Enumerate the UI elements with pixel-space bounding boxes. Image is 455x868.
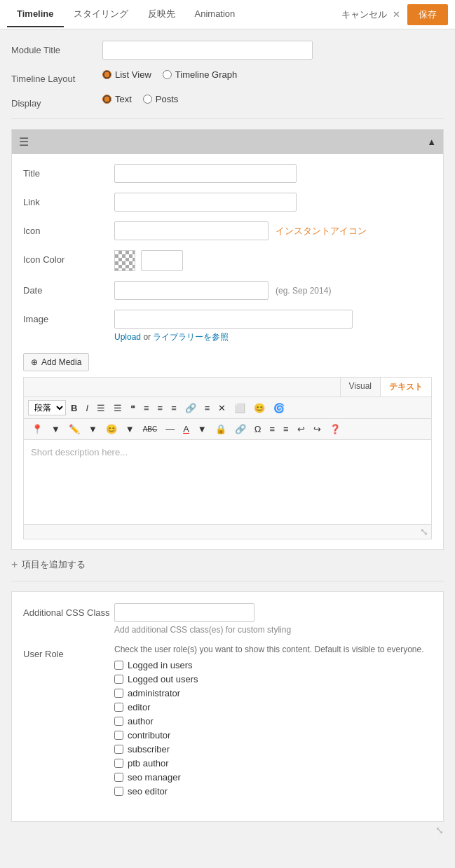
editor-content[interactable]: Short description here... <box>24 440 431 524</box>
close-icon[interactable]: ✕ <box>393 9 400 20</box>
image-input[interactable] <box>114 310 353 329</box>
role-checkbox-5[interactable] <box>114 731 123 740</box>
image-or-text: or <box>143 332 153 342</box>
date-label: Date <box>23 281 114 296</box>
display-text-option[interactable]: Text <box>102 94 132 104</box>
emoji-dropdown-button[interactable]: ▼ <box>122 422 138 436</box>
map-pin-button[interactable]: 📍 <box>28 422 46 436</box>
special-button[interactable]: 🌀 <box>270 401 288 415</box>
display-posts-radio[interactable] <box>143 95 152 104</box>
hr-button[interactable]: ≡ <box>201 401 214 415</box>
ordered-list-button[interactable]: ☰ <box>93 401 109 415</box>
role-checkbox-7[interactable] <box>114 759 123 768</box>
chain-link-button[interactable]: 🔗 <box>231 422 250 436</box>
tab-animation[interactable]: Animation <box>185 1 245 27</box>
blockquote-button[interactable]: ❝ <box>127 401 139 415</box>
add-item-row[interactable]: + 項目を追加する <box>11 558 444 571</box>
layout-list-view-option[interactable]: List View <box>102 69 151 80</box>
emoji2-button[interactable]: 😊 <box>102 422 121 436</box>
align-right-button[interactable]: ≡ <box>168 401 180 415</box>
css-class-input[interactable] <box>114 603 254 622</box>
layout-timeline-graph-radio[interactable] <box>163 70 172 79</box>
role-checkbox-1[interactable] <box>114 675 123 684</box>
layout-timeline-graph-option[interactable]: Timeline Graph <box>163 69 237 80</box>
font-color-button[interactable]: A <box>179 422 193 436</box>
role-option-5[interactable]: contributor <box>114 730 432 740</box>
role-option-2[interactable]: administrator <box>114 688 432 698</box>
bold-button[interactable]: B <box>67 401 81 415</box>
editor-visual-tab[interactable]: Visual <box>340 378 380 397</box>
toolbar-row-1: 段落 B I ☰ ☰ ❝ ≡ ≡ ≡ 🔗 ≡ ✕ ⬜ 😊 🌀 <box>24 397 431 419</box>
align-center-button[interactable]: ≡ <box>154 401 167 415</box>
editor-resize-handle[interactable]: ⤡ <box>24 524 431 539</box>
display-posts-option[interactable]: Posts <box>143 94 179 104</box>
pencil-button[interactable]: ✏️ <box>65 422 83 436</box>
role-checkbox-9[interactable] <box>114 787 123 796</box>
hamburger-icon: ☰ <box>19 135 29 149</box>
timeline-layout-label: Timeline Layout <box>11 69 102 84</box>
role-option-7[interactable]: ptb author <box>114 758 432 769</box>
pencil-dropdown-button[interactable]: ▼ <box>85 422 101 436</box>
save-button[interactable]: 保存 <box>407 4 448 25</box>
role-option-3[interactable]: editor <box>114 702 432 712</box>
role-checkbox-6[interactable] <box>114 745 123 754</box>
module-title-input[interactable] <box>102 41 313 60</box>
image-library-link[interactable]: ライブラリーを参照 <box>153 332 229 342</box>
format-select[interactable]: 段落 <box>28 400 66 415</box>
lock-button[interactable]: 🔒 <box>212 422 230 436</box>
indent-button[interactable]: ≡ <box>266 422 278 436</box>
module-title-label: Module Title <box>11 41 102 55</box>
display-text-radio[interactable] <box>102 95 111 104</box>
add-media-button[interactable]: ⊕ Add Media <box>23 353 89 371</box>
help-button[interactable]: ❓ <box>326 422 344 436</box>
role-checkbox-0[interactable] <box>114 661 123 670</box>
tab-styling[interactable]: スタイリング <box>64 1 138 29</box>
role-checkbox-4[interactable] <box>114 717 123 726</box>
table-button[interactable]: ⬜ <box>231 401 249 415</box>
tab-haneisakis[interactable]: 反映先 <box>138 1 185 29</box>
role-option-8[interactable]: seo manager <box>114 772 432 783</box>
role-label-4: author <box>128 716 154 726</box>
font-color-dropdown-button[interactable]: ▼ <box>194 422 210 436</box>
undo-button[interactable]: ↩ <box>294 422 308 436</box>
icon-input[interactable]: fa-calendar-check-o <box>114 221 269 240</box>
role-option-1[interactable]: Logged out users <box>114 674 432 684</box>
more-button[interactable]: ✕ <box>215 401 229 415</box>
omega-button[interactable]: Ω <box>251 422 265 436</box>
italic-button[interactable]: I <box>82 401 92 415</box>
color-checker[interactable] <box>114 250 135 271</box>
dash-button[interactable]: — <box>162 422 178 436</box>
cancel-button[interactable]: キャンセル <box>341 8 387 21</box>
instant-icon-link[interactable]: インスタントアイコン <box>276 225 367 237</box>
unordered-list-button[interactable]: ☰ <box>110 401 125 415</box>
role-checkbox-3[interactable] <box>114 703 123 712</box>
layout-list-view-radio[interactable] <box>102 70 111 79</box>
section-body: Title Timeline Title Link Icon fa-calend… <box>12 154 443 549</box>
role-checkbox-8[interactable] <box>114 773 123 782</box>
section-header[interactable]: ☰ ▲ <box>12 130 443 154</box>
role-option-6[interactable]: subscriber <box>114 744 432 755</box>
date-input[interactable]: Sep 2014 <box>114 281 269 300</box>
role-checkbox-2[interactable] <box>114 689 123 698</box>
link-label: Link <box>23 193 114 207</box>
emoji-button[interactable]: 😊 <box>250 401 269 415</box>
editor-text-tab[interactable]: テキスト <box>380 378 431 397</box>
role-option-0[interactable]: Logged in users <box>114 660 432 670</box>
link-button[interactable]: 🔗 <box>182 401 200 415</box>
icon-color-input[interactable] <box>141 250 183 271</box>
map-dropdown-button[interactable]: ▼ <box>48 422 64 436</box>
role-option-9[interactable]: seo editor <box>114 786 432 797</box>
role-label-7: ptb author <box>128 758 169 769</box>
title-control: Timeline Title <box>114 164 432 183</box>
title-input[interactable]: Timeline Title <box>114 164 297 183</box>
align-left-button[interactable]: ≡ <box>140 401 153 415</box>
display-posts-label: Posts <box>156 94 179 104</box>
link-input[interactable] <box>114 193 297 212</box>
outdent-button[interactable]: ≡ <box>280 422 292 436</box>
redo-button[interactable]: ↪ <box>310 422 325 436</box>
image-upload-link[interactable]: Upload <box>114 332 141 342</box>
tab-timeline[interactable]: Timeline <box>7 1 64 27</box>
abc-button[interactable]: ABC <box>140 423 161 435</box>
editor-wrapper: Visual テキスト 段落 B I ☰ ☰ ❝ ≡ ≡ ≡ 🔗 <box>23 377 432 539</box>
role-option-4[interactable]: author <box>114 716 432 726</box>
